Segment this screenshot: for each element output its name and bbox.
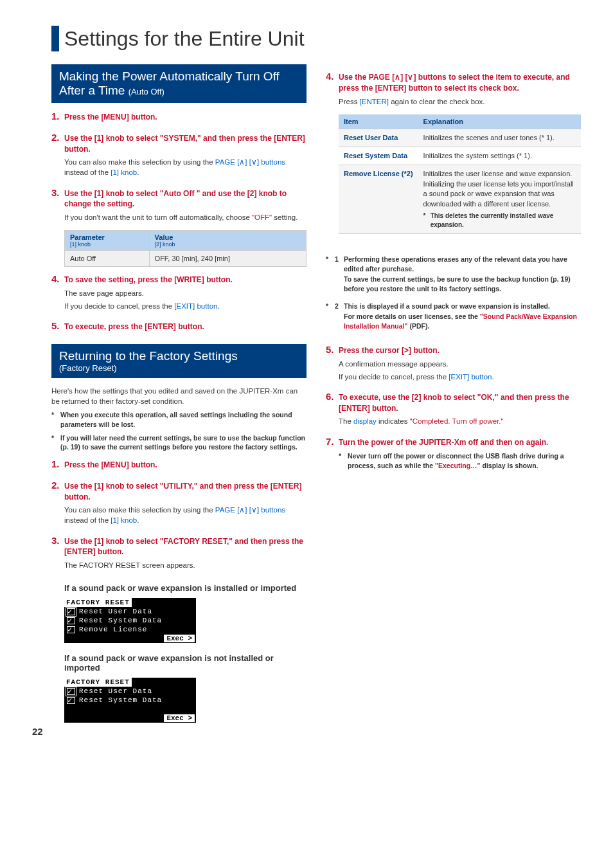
factory-step7: 7. Turn the power of the JUPITER-Xm off … xyxy=(326,436,581,471)
right-column: 4. Use the PAGE [∧] [∨] buttons to selec… xyxy=(326,64,581,730)
factory-reset-intro: Here's how the settings that you edited … xyxy=(51,386,306,406)
checkbox-icon xyxy=(67,626,75,633)
factory-step6: 6. To execute, use the [2] knob to selec… xyxy=(326,391,581,429)
factory-reset-note1: *When you execute this operation, all sa… xyxy=(51,410,306,429)
factory-step2: 2. Use the [1] knob to select "UTILITY,"… xyxy=(51,480,306,529)
auto-off-step3: 3. Use the [1] knob to select "Auto Off … xyxy=(51,187,306,226)
auto-off-step1: 1. Press the [MENU] button. xyxy=(51,111,306,125)
section-factory-reset-heading: Returning to the Factory Settings (Facto… xyxy=(51,344,306,378)
checkbox-icon xyxy=(67,617,75,624)
footnote-1: *1 Performing these operations erases an… xyxy=(326,255,581,294)
footnote-2: *2 This is displayed if a sound pack or … xyxy=(326,302,581,331)
factory-step3: 3. Use the [1] knob to select "FACTORY R… xyxy=(51,535,306,574)
sub-not-installed: If a sound pack or wave expansion is not… xyxy=(64,653,306,673)
checkbox-icon xyxy=(67,688,75,695)
factory-reset-screen-installed: FACTORY RESET Reset User Data Reset Syst… xyxy=(64,598,196,643)
factory-step5: 5. Press the cursor [>] button. A confir… xyxy=(326,344,581,384)
factory-reset-note2: *If you will later need the current sett… xyxy=(51,433,306,452)
page-title-bar: Settings for the Entire Unit xyxy=(51,26,581,51)
auto-off-step2: 2. Use the [1] knob to select "SYSTEM," … xyxy=(51,132,306,181)
page-number: 22 xyxy=(32,726,43,737)
left-column: Making the Power Automatically Turn Off … xyxy=(51,64,306,730)
factory-reset-item-table: ItemExplanation Reset User DataInitializ… xyxy=(339,114,581,234)
auto-off-step5: 5. To execute, press the [ENTER] button. xyxy=(51,320,306,335)
page-title: Settings for the Entire Unit xyxy=(64,27,305,51)
auto-off-step4: 4. To save the setting, press the [WRITE… xyxy=(51,273,306,314)
factory-step4: 4. Use the PAGE [∧] [∨] buttons to selec… xyxy=(326,71,581,109)
checkbox-icon xyxy=(67,697,75,704)
factory-reset-screen-not-installed: FACTORY RESET Reset User Data Reset Syst… xyxy=(64,678,196,723)
sub-installed: If a sound pack or wave expansion is ins… xyxy=(64,583,306,593)
section-auto-off-heading: Making the Power Automatically Turn Off … xyxy=(51,64,306,103)
auto-off-param-table: Parameter[1] knob Value[2] knob Auto Off… xyxy=(64,230,306,267)
factory-step1: 1. Press the [MENU] button. xyxy=(51,458,306,473)
checkbox-icon xyxy=(67,608,75,615)
